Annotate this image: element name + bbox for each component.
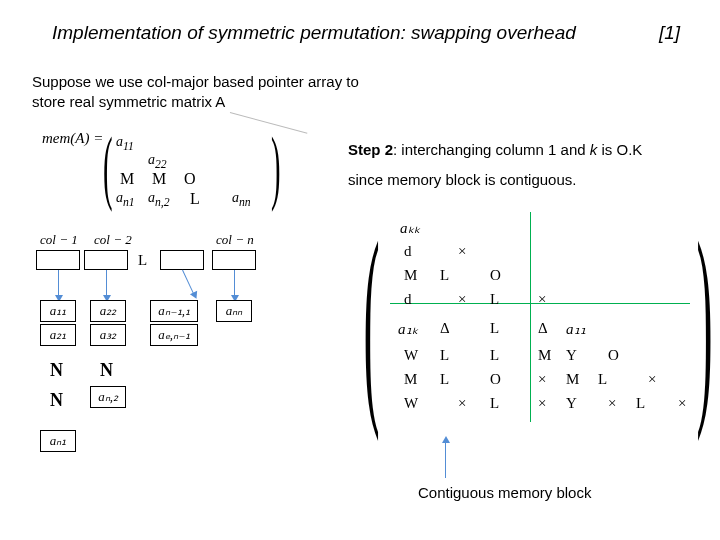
slide-number: [1] bbox=[659, 22, 680, 44]
M2: M bbox=[152, 170, 166, 188]
mem-label: mem(A) = bbox=[42, 130, 103, 147]
mx-L4: L bbox=[440, 347, 449, 364]
mx-O1: O bbox=[490, 267, 501, 284]
mx-M4: M bbox=[566, 371, 579, 388]
col1-label: col − 1 bbox=[40, 232, 78, 248]
ptr-box-n bbox=[212, 250, 256, 270]
mx-del2: Δ bbox=[538, 320, 548, 337]
mx-x9: × bbox=[678, 395, 686, 412]
ptr-box-1 bbox=[36, 250, 80, 270]
step2-line1: Step 2: interchanging column 1 and k is … bbox=[348, 141, 642, 158]
mx-a11: a₁₁ bbox=[566, 320, 586, 338]
n1: N bbox=[50, 360, 63, 381]
n3: N bbox=[50, 390, 63, 411]
ptr-L: L bbox=[138, 252, 147, 269]
a22: a22 bbox=[148, 152, 167, 171]
col2-label: col − 2 bbox=[94, 232, 132, 248]
mx-x6: × bbox=[458, 395, 466, 412]
mx-akk: aₖₖ bbox=[400, 219, 420, 237]
mx-W1: W bbox=[404, 347, 418, 364]
L-bottom: L bbox=[190, 190, 200, 208]
mx-a1k: a₁ₖ bbox=[398, 320, 418, 338]
O1: O bbox=[184, 170, 196, 188]
mx-d1: d bbox=[404, 243, 412, 260]
mx-L8: L bbox=[490, 395, 499, 412]
mx-W2: W bbox=[404, 395, 418, 412]
coln-label: col − n bbox=[216, 232, 254, 248]
a11: a11 bbox=[116, 134, 134, 153]
mx-L3: L bbox=[490, 320, 499, 337]
intro-text: Suppose we use col-major based pointer a… bbox=[32, 72, 392, 111]
left-paren: ( bbox=[103, 126, 113, 208]
mx-x1: × bbox=[458, 243, 466, 260]
mx-del1: Δ bbox=[440, 320, 450, 337]
mx-L6: L bbox=[440, 371, 449, 388]
contiguous-label: Contiguous memory block bbox=[418, 484, 591, 501]
mx-x3: × bbox=[538, 291, 546, 308]
cell-aen: aₑ,ₙ₋₁ bbox=[150, 324, 198, 346]
mx-L2: L bbox=[490, 291, 499, 308]
slide-title: Implementation of symmetric permutation:… bbox=[52, 22, 576, 44]
step2-line2: since memory block is contiguous. bbox=[348, 171, 576, 188]
an1: an1 bbox=[116, 190, 135, 209]
cell-an1b: aₙ₁ bbox=[40, 430, 76, 452]
an2: an,2 bbox=[148, 190, 170, 209]
arrow-3 bbox=[182, 270, 195, 296]
matrix-rparen: ) bbox=[697, 210, 713, 430]
mx-O2: O bbox=[608, 347, 619, 364]
mx-x8: × bbox=[608, 395, 616, 412]
mx-O3: O bbox=[490, 371, 501, 388]
arrow-1 bbox=[58, 270, 59, 298]
green-v bbox=[530, 212, 531, 422]
mx-x7: × bbox=[538, 395, 546, 412]
mx-L9: L bbox=[636, 395, 645, 412]
mx-M3: M bbox=[404, 371, 417, 388]
mx-Y2: Y bbox=[566, 395, 577, 412]
mx-M2: M bbox=[538, 347, 551, 364]
cell-an11: aₙ₋₁,₁ bbox=[150, 300, 198, 322]
mx-x2: × bbox=[458, 291, 466, 308]
ptr-box-2 bbox=[84, 250, 128, 270]
cell-a11: a₁₁ bbox=[40, 300, 76, 322]
callout-line bbox=[230, 112, 308, 134]
mx-L7: L bbox=[598, 371, 607, 388]
arrow-2 bbox=[106, 270, 107, 298]
cell-a32: a₃₂ bbox=[90, 324, 126, 346]
mx-M1: M bbox=[404, 267, 417, 284]
mx-x4: × bbox=[538, 371, 546, 388]
cell-ann: aₙₙ bbox=[216, 300, 252, 322]
ptr-box-n1 bbox=[160, 250, 204, 270]
mx-Y1: Y bbox=[566, 347, 577, 364]
matrix-lparen: ( bbox=[364, 210, 380, 430]
right-paren: ) bbox=[271, 126, 281, 208]
cell-a22: a₂₂ bbox=[90, 300, 126, 322]
cell-a21: a₂₁ bbox=[40, 324, 76, 346]
mx-x5: × bbox=[648, 371, 656, 388]
contig-arrow bbox=[445, 440, 446, 478]
M1: M bbox=[120, 170, 134, 188]
arrow-4 bbox=[234, 270, 235, 298]
n2: N bbox=[100, 360, 113, 381]
mx-L1: L bbox=[440, 267, 449, 284]
cell-an2: aₙ,₂ bbox=[90, 386, 126, 408]
mx-d2: d bbox=[404, 291, 412, 308]
mx-L5: L bbox=[490, 347, 499, 364]
ann: ann bbox=[232, 190, 251, 209]
